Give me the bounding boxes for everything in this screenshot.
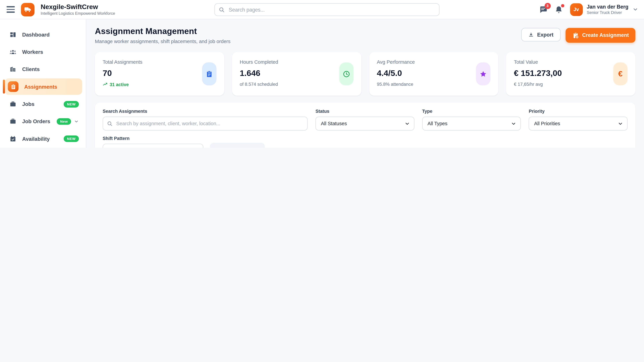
sidebar-badge: New — [57, 118, 71, 125]
filters-panel: Search Assignments Status All Statuses T… — [95, 103, 636, 148]
star-icon — [476, 62, 490, 85]
sidebar-item-assignments[interactable]: Assignments — [4, 78, 82, 95]
notification-dot — [561, 4, 564, 7]
global-search-input[interactable] — [214, 3, 440, 16]
clock-icon — [339, 62, 354, 85]
avatar: Jv — [570, 3, 582, 16]
sidebar-item-dashboard[interactable]: Dashboard — [4, 26, 82, 43]
stat-card: Avg Performance 4.4/5.0 95.8% attendance — [369, 52, 498, 96]
sidebar-item-label: Job Orders — [22, 118, 50, 124]
page-title: Assignment Management — [95, 26, 230, 36]
stat-value: 70 — [103, 68, 142, 78]
clients-icon — [10, 66, 16, 73]
dashboard-icon — [10, 31, 16, 38]
euro-icon: € — [613, 62, 628, 85]
stat-label: Hours Completed — [240, 59, 278, 65]
status-label: Status — [316, 109, 414, 114]
chevron-down-icon — [74, 119, 79, 124]
create-assignment-button[interactable]: Create Assignment — [565, 28, 635, 43]
page-subtitle: Manage worker assignments, shift placeme… — [95, 38, 230, 44]
close-icon — [218, 147, 224, 148]
chevron-down-icon — [632, 6, 638, 12]
menu-icon[interactable] — [6, 6, 15, 13]
type-select[interactable]: All Types — [422, 117, 521, 131]
brand-name: Nexgile-SwiftCrew — [40, 3, 115, 11]
sidebar-badge: NEW — [64, 101, 79, 107]
sidebar-item-label: Jobs — [22, 101, 34, 107]
clipboard-icon — [202, 62, 216, 85]
stat-value: 1.646 — [240, 68, 278, 78]
sidebar-item-jobs[interactable]: Jobs NEW — [4, 96, 82, 112]
sidebar-item-availability[interactable]: Availability NEW — [4, 131, 82, 147]
brand-block: Nexgile-SwiftCrew Intelligent Logistics … — [40, 3, 115, 15]
stat-label: Total Value — [514, 59, 562, 65]
stat-sub: 31 active — [103, 82, 142, 87]
search-icon — [218, 6, 225, 12]
export-button[interactable]: Export — [521, 28, 560, 41]
user-menu[interactable]: Jv Jan van der Berg Senior Truck Driver — [570, 3, 638, 16]
brand-tagline: Intelligent Logistics Empowered Workforc… — [40, 11, 115, 16]
sidebar-nav: Dashboard Workers Clients Assignments Jo… — [0, 19, 86, 148]
notifications-button[interactable] — [554, 5, 563, 14]
clear-filters-button[interactable]: Clear Filters — [210, 143, 265, 148]
trend-up-icon — [103, 82, 108, 87]
sidebar-item-clients[interactable]: Clients — [4, 61, 82, 77]
jobs-icon — [10, 100, 16, 108]
stat-sub: of 8.574 scheduled — [240, 82, 278, 86]
search-icon — [107, 121, 112, 126]
messages-badge: 3 — [544, 3, 550, 9]
main-content: Assignment Management Manage worker assi… — [86, 19, 644, 148]
sidebar-item-label: Assignments — [24, 84, 57, 90]
sidebar-item-label: Dashboard — [22, 31, 50, 37]
search-assignments-label: Search Assignments — [103, 109, 308, 114]
assignments-icon — [8, 81, 18, 92]
stats-cards: Total Assignments 70 31 active Hours Com… — [95, 52, 636, 96]
sidebar-badge: NEW — [64, 136, 79, 142]
priority-select[interactable]: All Priorities — [529, 117, 628, 131]
messages-button[interactable]: 3 — [539, 5, 547, 14]
availability-icon — [10, 135, 16, 142]
sidebar-item-job-orders[interactable]: Job Orders New — [4, 113, 82, 130]
truck-icon — [24, 5, 32, 13]
assignments-search-input[interactable] — [103, 117, 308, 131]
sidebar-item-label: Availability — [22, 136, 50, 142]
priority-label: Priority — [529, 109, 628, 114]
shift-pattern-label: Shift Pattern — [103, 136, 203, 141]
chevron-down-icon — [618, 121, 623, 126]
download-icon — [528, 32, 534, 37]
stat-card: Hours Completed 1.646 of 8.574 scheduled — [232, 52, 361, 96]
sidebar-item-label: Clients — [22, 66, 40, 72]
stat-sub: 95.8% attendance — [377, 82, 415, 86]
job-orders-icon — [10, 118, 16, 125]
stat-label: Avg Performance — [377, 59, 415, 65]
top-bar: Nexgile-SwiftCrew Intelligent Logistics … — [0, 0, 644, 19]
type-label: Type — [422, 109, 521, 114]
user-name: Jan van der Berg — [587, 4, 628, 10]
sidebar-item-label: Workers — [22, 49, 43, 55]
chevron-down-icon — [511, 121, 516, 126]
stat-value: 4.4/5.0 — [377, 68, 415, 78]
stat-label: Total Assignments — [103, 59, 142, 65]
sidebar-item-workers[interactable]: Workers — [4, 44, 82, 60]
app: Nexgile-SwiftCrew Intelligent Logistics … — [0, 0, 644, 148]
stat-card: Total Assignments 70 31 active — [95, 52, 224, 96]
clipboard-plus-icon — [572, 32, 579, 39]
stat-value: € 151.273,00 — [514, 68, 562, 78]
status-select[interactable]: All Statuses — [316, 117, 414, 131]
stat-sub: € 17,65/hr avg — [514, 82, 562, 86]
brand-logo — [21, 3, 34, 16]
workers-icon — [10, 48, 16, 55]
chevron-down-icon — [404, 121, 410, 126]
stat-card: Total Value € 151.273,00 € 17,65/hr avg … — [506, 52, 636, 96]
user-role: Senior Truck Driver — [587, 10, 628, 15]
shift-pattern-select[interactable]: All Shifts — [103, 144, 203, 148]
